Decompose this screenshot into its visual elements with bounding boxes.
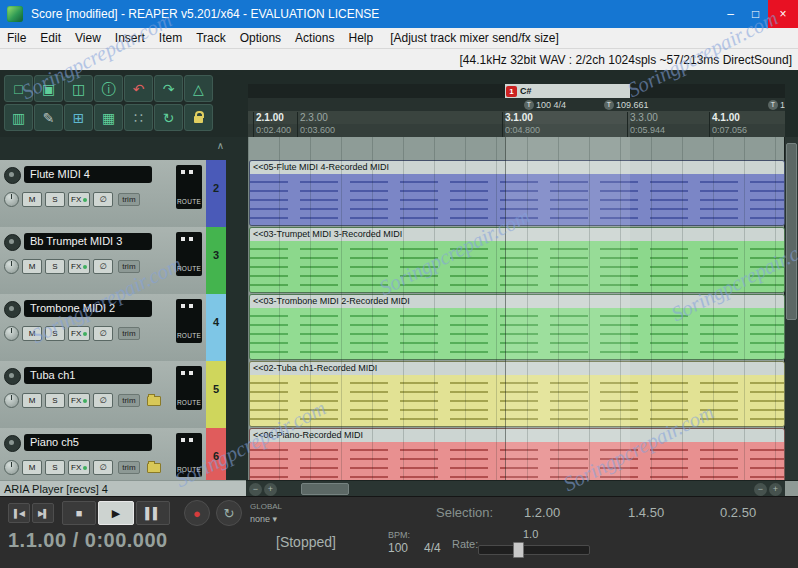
volume-knob[interactable] (4, 259, 19, 274)
rate-slider-thumb[interactable] (513, 542, 524, 558)
tempo-marker[interactable]: T100 4/4 (524, 99, 566, 111)
track-panel-header[interactable]: ∧ (0, 137, 248, 160)
solo-button[interactable]: S (45, 393, 65, 408)
menu-options[interactable]: Options (233, 31, 288, 45)
fx-button[interactable]: FX (68, 393, 90, 408)
volume-knob[interactable] (4, 393, 19, 408)
zoom-out-icon[interactable]: − (754, 483, 767, 496)
minimize-button[interactable]: – (718, 0, 743, 28)
mute-button[interactable]: M (22, 259, 42, 274)
fx-status-strip[interactable]: ARIA Player [recvs] 4 (0, 480, 246, 497)
title-bar[interactable]: Score [modified] - REAPER v5.201/x64 - E… (0, 0, 798, 28)
volume-knob[interactable] (4, 460, 19, 475)
phase-button[interactable]: ∅ (93, 393, 113, 408)
global-automation-widget[interactable]: GLOBAL none ▾ (250, 502, 282, 524)
track-name[interactable]: Tuba ch1 (24, 367, 152, 384)
rate-slider[interactable] (478, 545, 590, 555)
record-button[interactable]: ● (184, 500, 210, 526)
record-arm-button[interactable] (4, 301, 21, 318)
tempo-marker[interactable]: T104 (768, 99, 785, 111)
go-to-start-button[interactable]: ▌◀ (8, 503, 30, 523)
trim-envelope-button[interactable]: trim (118, 193, 139, 206)
tempo-marker[interactable]: T109.661 (604, 99, 649, 111)
track-color-strip[interactable]: 3 (206, 227, 226, 294)
snap-icon[interactable]: ∷ (124, 104, 153, 131)
volume-knob[interactable] (4, 192, 19, 207)
fx-button[interactable]: FX (68, 326, 90, 341)
media-item[interactable]: <<05-Flute MIDI 4-Recorded MIDI (249, 160, 785, 226)
track-color-strip[interactable]: 5 (206, 361, 226, 428)
lock-icon[interactable] (184, 104, 213, 131)
zoom-out-icon[interactable]: − (249, 483, 262, 496)
track-panel[interactable]: Bb Trumpet MIDI 3ROUTEMSFX∅trim3 (0, 227, 226, 295)
folder-icon[interactable] (147, 396, 161, 406)
trim-envelope-button[interactable]: trim (118, 461, 139, 474)
solo-button[interactable]: S (45, 460, 65, 475)
global-automation-value[interactable]: none (250, 514, 270, 524)
fx-button[interactable]: FX (68, 192, 90, 207)
mixer-icon[interactable]: ▥ (4, 104, 33, 131)
vertical-scrollbar-thumb[interactable] (786, 143, 797, 320)
record-arm-button[interactable] (4, 368, 21, 385)
zoom-in-icon[interactable]: + (264, 483, 277, 496)
maximize-button[interactable]: □ (743, 0, 768, 28)
route-button[interactable]: ROUTE (176, 366, 202, 410)
pause-button[interactable]: ▌▌ (136, 501, 170, 525)
solo-button[interactable]: S (45, 259, 65, 274)
track-name[interactable]: Bb Trumpet MIDI 3 (24, 233, 152, 250)
record-arm-button[interactable] (4, 234, 21, 251)
repeat-button[interactable]: ↻ (216, 500, 242, 526)
go-to-end-button[interactable]: ▶▌ (32, 503, 54, 523)
menu-item[interactable]: Item (152, 31, 189, 45)
track-color-strip[interactable]: 6 (206, 428, 226, 480)
record-arm-button[interactable] (4, 167, 21, 184)
trim-envelope-button[interactable]: trim (118, 394, 139, 407)
track-panel[interactable]: Flute MIDI 4ROUTEMSFX∅trim2 (0, 160, 226, 228)
menu-help[interactable]: Help (341, 31, 380, 45)
menu-edit[interactable]: Edit (33, 31, 68, 45)
media-item[interactable]: <<03-Trombone MIDI 2-Recorded MIDI (249, 294, 785, 360)
close-button[interactable]: × (768, 0, 798, 28)
route-button[interactable]: ROUTE (176, 165, 202, 209)
grid-icon[interactable]: ⊞ (64, 104, 93, 131)
solo-button[interactable]: S (45, 192, 65, 207)
trim-envelope-button[interactable]: trim (118, 260, 139, 273)
menu-file[interactable]: File (0, 31, 33, 45)
chevron-up-icon[interactable]: ∧ (217, 141, 224, 151)
selection-start-value[interactable]: 1.2.00 (524, 505, 560, 520)
phase-button[interactable]: ∅ (93, 326, 113, 341)
menu-track[interactable]: Track (189, 31, 233, 45)
menu-insert[interactable]: Insert (108, 31, 152, 45)
metronome-icon[interactable]: △ (184, 75, 213, 102)
ruler-tempo-lane[interactable] (248, 98, 785, 111)
track-name[interactable]: Flute MIDI 4 (24, 166, 152, 183)
phase-button[interactable]: ∅ (93, 259, 113, 274)
project-settings-icon[interactable]: ⓘ (94, 75, 123, 102)
mute-button[interactable]: M (22, 192, 42, 207)
menu-view[interactable]: View (68, 31, 108, 45)
mute-button[interactable]: M (22, 326, 42, 341)
open-project-icon[interactable]: ▣ (34, 75, 63, 102)
fx-button[interactable]: FX (68, 259, 90, 274)
track-name[interactable]: Piano ch5 (24, 434, 152, 451)
track-color-strip[interactable]: 2 (206, 160, 226, 227)
loop-toggle-icon[interactable]: ↻ (154, 104, 183, 131)
mute-button[interactable]: M (22, 460, 42, 475)
folder-icon[interactable] (147, 463, 161, 473)
track-color-strip[interactable]: 4 (206, 294, 226, 361)
track-panel[interactable]: Piano ch5ROUTEMSFX∅trim6 (0, 428, 226, 480)
menu-actions[interactable]: Actions (288, 31, 341, 45)
bpm-value[interactable]: 100 (388, 541, 408, 555)
media-item[interactable]: <<02-Tuba ch1-Recorded MIDI (249, 361, 785, 427)
track-name[interactable]: Trombone MIDI 2 (24, 300, 152, 317)
track-panel[interactable]: Trombone MIDI 2ROUTEMSFX∅trim4 (0, 294, 226, 362)
arrange-view[interactable]: <<05-Flute MIDI 4-Recorded MIDI<<03-Trum… (248, 137, 785, 480)
record-arm-button[interactable] (4, 435, 21, 452)
track-panel[interactable]: Tuba ch1ROUTEMSFX∅trim5 (0, 361, 226, 429)
vertical-scrollbar[interactable] (784, 137, 798, 480)
stop-button[interactable]: ■ (62, 501, 96, 525)
route-button[interactable]: ROUTE (176, 232, 202, 276)
project-marker[interactable]: 1C# (506, 85, 532, 97)
selection-length-value[interactable]: 0.2.50 (720, 505, 756, 520)
media-item[interactable]: <<03-Trumpet MIDI 3-Recorded MIDI (249, 227, 785, 293)
